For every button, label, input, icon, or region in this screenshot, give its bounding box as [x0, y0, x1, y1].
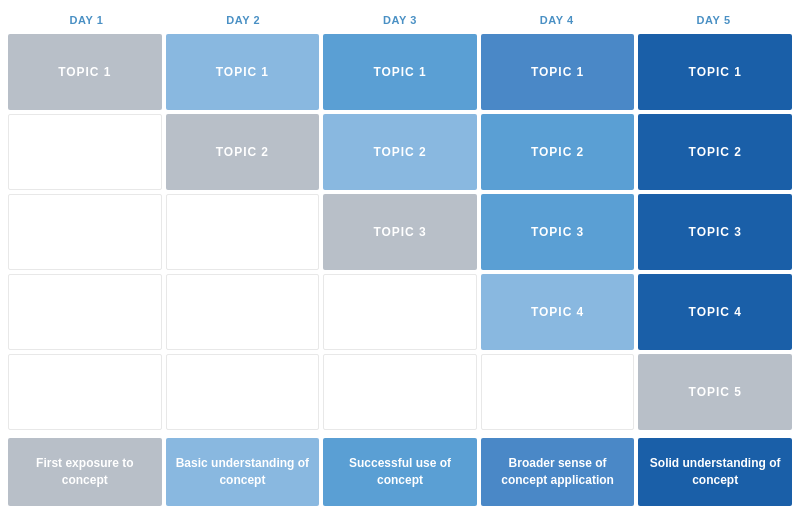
grid-cell-r2-c3: TOPIC 2 [323, 114, 477, 190]
main-grid: TOPIC 1TOPIC 1TOPIC 1TOPIC 1TOPIC 1TOPIC… [8, 34, 792, 430]
footer-cell-2: Basic understanding of concept [166, 438, 320, 506]
grid-cell-r1-c4: TOPIC 1 [481, 34, 635, 110]
grid-cell-r1-c2: TOPIC 1 [166, 34, 320, 110]
header-day-2: DAY 2 [165, 10, 322, 30]
grid-cell-r4-c5: TOPIC 4 [638, 274, 792, 350]
grid-cell-r3-c2 [166, 194, 320, 270]
footer-cell-3: Successful use of concept [323, 438, 477, 506]
header-day-3: DAY 3 [322, 10, 479, 30]
footer-cell-1: First exposure to concept [8, 438, 162, 506]
grid-cell-r2-c1 [8, 114, 162, 190]
header-day-4: DAY 4 [478, 10, 635, 30]
header-row: DAY 1DAY 2DAY 3DAY 4DAY 5 [8, 10, 792, 30]
grid-cell-r4-c1 [8, 274, 162, 350]
grid-cell-r2-c4: TOPIC 2 [481, 114, 635, 190]
grid-cell-r2-c5: TOPIC 2 [638, 114, 792, 190]
grid-cell-r4-c2 [166, 274, 320, 350]
footer-cell-4: Broader sense of concept application [481, 438, 635, 506]
header-day-5: DAY 5 [635, 10, 792, 30]
grid-cell-r1-c5: TOPIC 1 [638, 34, 792, 110]
grid-cell-r3-c4: TOPIC 3 [481, 194, 635, 270]
grid-cell-r3-c5: TOPIC 3 [638, 194, 792, 270]
header-day-1: DAY 1 [8, 10, 165, 30]
grid-cell-r4-c4: TOPIC 4 [481, 274, 635, 350]
grid-cell-r5-c4 [481, 354, 635, 430]
grid-cell-r1-c1: TOPIC 1 [8, 34, 162, 110]
grid-cell-r2-c2: TOPIC 2 [166, 114, 320, 190]
grid-cell-r5-c2 [166, 354, 320, 430]
grid-cell-r3-c3: TOPIC 3 [323, 194, 477, 270]
grid-cell-r3-c1 [8, 194, 162, 270]
grid-cell-r5-c1 [8, 354, 162, 430]
grid-cell-r1-c3: TOPIC 1 [323, 34, 477, 110]
footer-row: First exposure to conceptBasic understan… [8, 438, 792, 506]
grid-cell-r5-c3 [323, 354, 477, 430]
footer-cell-5: Solid understanding of concept [638, 438, 792, 506]
grid-cell-r4-c3 [323, 274, 477, 350]
main-container: DAY 1DAY 2DAY 3DAY 4DAY 5 TOPIC 1TOPIC 1… [0, 0, 800, 514]
grid-cell-r5-c5: TOPIC 5 [638, 354, 792, 430]
